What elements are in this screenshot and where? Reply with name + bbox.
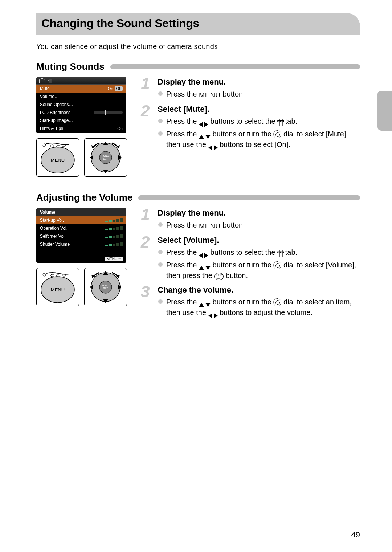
section-heading-muting: Muting Sounds xyxy=(36,61,360,72)
step-number: 1 xyxy=(141,76,150,92)
menu-row: Start-up Image… xyxy=(36,116,126,124)
svg-point-3 xyxy=(50,145,54,147)
menu-text-icon: MENU xyxy=(199,90,221,100)
step-bullets: Press the buttons to select the ϯϯ tab.P… xyxy=(158,116,360,150)
camera-menu-mute-screenshot: ϯϯ Mute On Off Volume… Sound Options… LC… xyxy=(36,77,126,133)
bullet: Press the MENU button. xyxy=(158,220,360,231)
menu-label: Selftimer Vol. xyxy=(40,234,66,239)
step: 2Select [Mute].Press the buttons to sele… xyxy=(141,105,360,150)
step-bullets: Press the buttons or turn the dial to se… xyxy=(158,297,360,318)
left-right-arrows-icon xyxy=(208,313,218,318)
volume-bars-icon xyxy=(105,218,123,222)
step-title: Select [Volume]. xyxy=(158,236,360,245)
step-bullets: Press the MENU button. xyxy=(158,89,360,100)
control-dial-icon xyxy=(273,261,281,269)
menu-row: Selftimer Vol. xyxy=(36,232,126,240)
left-right-arrows-icon xyxy=(208,145,218,150)
control-dial-icon xyxy=(273,298,281,306)
menu-label: Shutter Volume xyxy=(40,242,70,247)
step-number: 3 xyxy=(141,284,150,300)
step-title: Select [Mute]. xyxy=(158,105,360,114)
menu-row: Shutter Volume xyxy=(36,240,126,248)
volume-menu-title: Volume xyxy=(36,208,126,216)
step-title: Display the menu. xyxy=(158,208,360,218)
section-heading-volume: Adjusting the Volume xyxy=(36,192,360,203)
menu-row: Operation Vol. xyxy=(36,224,126,232)
menu-row: LCD Brightness xyxy=(36,109,126,116)
step-title: Display the menu. xyxy=(158,77,360,87)
menu-label: Mute xyxy=(40,86,50,91)
up-down-arrows-icon xyxy=(199,303,211,307)
svg-point-2 xyxy=(43,144,46,147)
svg-text:FUNC.: FUNC. xyxy=(102,284,109,287)
muting-steps: 1Display the menu.Press the MENU button.… xyxy=(141,77,360,155)
camera-menu-volume-screenshot: Volume Start-up Vol.Operation Vol.Selfti… xyxy=(36,208,126,263)
tools-tab-icon: ϯϯ xyxy=(277,117,283,127)
left-right-arrows-icon xyxy=(199,253,208,258)
tools-tab-icon: ϯϯ xyxy=(277,248,283,258)
menu-button-illustration: MENU xyxy=(36,138,79,177)
svg-text:FUNC.: FUNC. xyxy=(102,155,109,157)
dpad-illustration: FUNC. SET xyxy=(84,268,127,306)
left-right-arrows-icon xyxy=(199,122,208,127)
bullet: Press the MENU button. xyxy=(158,89,360,100)
step-number: 1 xyxy=(141,207,150,223)
up-down-arrows-icon xyxy=(199,266,211,270)
up-down-arrows-icon xyxy=(199,135,211,139)
svg-point-20 xyxy=(50,274,54,277)
heading-rule xyxy=(138,195,360,200)
page-number: 49 xyxy=(351,530,360,540)
svg-text:MENU: MENU xyxy=(51,287,65,293)
menu-text-icon: MENU xyxy=(199,221,221,231)
menu-row: Volume… xyxy=(36,93,126,101)
step: 1Display the menu.Press the MENU button. xyxy=(141,77,360,100)
volume-bars-icon xyxy=(105,226,123,230)
menu-label: Start-up Vol. xyxy=(40,218,64,223)
control-dial-icon xyxy=(273,130,281,138)
step: 2Select [Volume].Press the buttons to se… xyxy=(141,236,360,281)
svg-point-19 xyxy=(43,273,46,276)
svg-text:SET: SET xyxy=(103,158,108,160)
intro-text: You can silence or adjust the volume of … xyxy=(36,42,360,51)
step: 3Change the volume.Press the buttons or … xyxy=(141,285,360,318)
menu-button-illustration: MENU xyxy=(36,268,79,306)
brightness-slider-icon xyxy=(94,111,123,114)
heading-rule xyxy=(110,64,360,69)
bullet: Press the buttons to select the ϯϯ tab. xyxy=(158,247,360,258)
func-set-button-icon: FUNC.SET xyxy=(214,273,224,280)
menu-value-on: On xyxy=(108,86,113,91)
bullet: Press the buttons or turn the dial to se… xyxy=(158,129,360,150)
volume-steps: 1Display the menu.Press the MENU button.… xyxy=(141,208,360,323)
step-bullets: Press the buttons to select the ϯϯ tab.P… xyxy=(158,247,360,281)
menu-row: Start-up Vol. xyxy=(36,216,126,224)
camera-tab-icon xyxy=(39,78,45,83)
menu-value-off: Off xyxy=(115,86,123,91)
menu-row: Sound Options… xyxy=(36,101,126,109)
page-title-bar: Changing the Sound Settings xyxy=(36,13,360,35)
bullet: Press the buttons or turn the dial to se… xyxy=(158,260,360,281)
menu-footer-badge: MENU ⤺ xyxy=(105,257,123,261)
svg-text:MENU: MENU xyxy=(51,158,65,163)
thumb-tab xyxy=(377,91,392,131)
step-number: 2 xyxy=(141,234,150,250)
volume-bars-icon xyxy=(105,242,123,246)
step-number: 2 xyxy=(141,103,150,119)
muting-heading: Muting Sounds xyxy=(36,61,105,72)
bullet: Press the buttons or turn the dial to se… xyxy=(158,297,360,318)
menu-label: Operation Vol. xyxy=(40,226,68,231)
step: 1Display the menu.Press the MENU button. xyxy=(141,208,360,231)
page-title: Changing the Sound Settings xyxy=(41,17,355,30)
bullet: Press the buttons to select the ϯϯ tab. xyxy=(158,116,360,127)
volume-heading: Adjusting the Volume xyxy=(36,192,132,203)
step-title: Change the volume. xyxy=(158,285,360,295)
svg-text:SET: SET xyxy=(103,287,108,290)
menu-row: Hints & Tips On xyxy=(36,124,126,132)
tools-tab-icon: ϯϯ xyxy=(48,78,52,83)
step-bullets: Press the MENU button. xyxy=(158,220,360,231)
menu-row-mute: Mute On Off xyxy=(36,85,126,93)
dpad-illustration: FUNC. SET xyxy=(84,138,127,177)
volume-bars-icon xyxy=(105,234,123,238)
